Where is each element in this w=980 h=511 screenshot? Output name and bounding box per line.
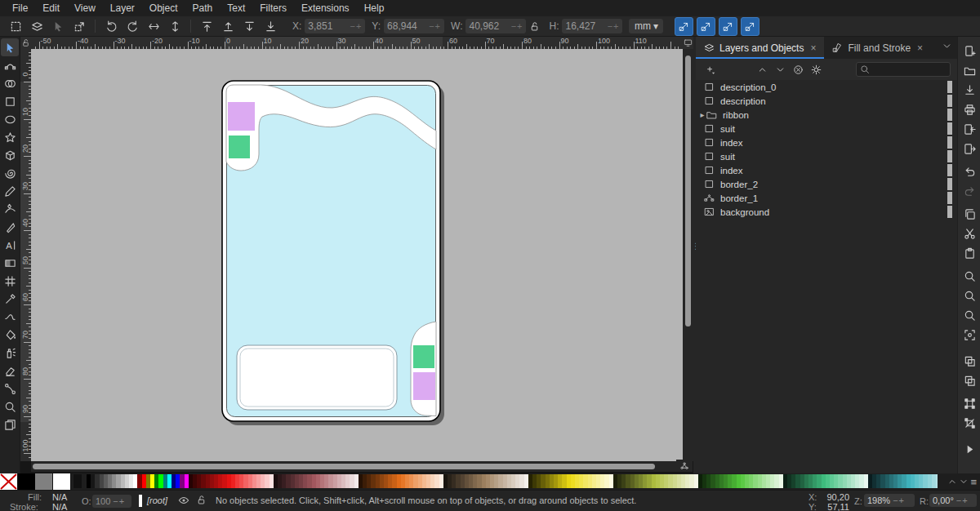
fill-value[interactable]: N/A [52, 492, 67, 502]
zoom-selection-icon[interactable] [961, 268, 978, 284]
corner-notch-shape[interactable] [411, 322, 436, 416]
w-field[interactable]: 40,962−+ [466, 19, 526, 33]
expander-icon[interactable]: ▸ [698, 110, 706, 119]
layer-highlight-strip[interactable] [947, 164, 952, 176]
menu-item-extensions[interactable]: Extensions [294, 1, 357, 16]
snap-toggle-icon[interactable] [676, 460, 693, 472]
flip-horizontal-icon[interactable] [145, 18, 162, 34]
group-icon[interactable] [961, 395, 978, 411]
star-tool-icon[interactable] [1, 128, 19, 146]
spray-tool-icon[interactable] [1, 344, 19, 362]
open-document-icon[interactable] [961, 62, 978, 78]
description-box[interactable] [237, 345, 397, 410]
layer-highlight-strip[interactable] [947, 150, 952, 162]
horizontal-scrollbar[interactable] [31, 461, 683, 472]
spiral-tool-icon[interactable] [1, 164, 19, 182]
flip-vertical-icon[interactable] [167, 18, 183, 34]
corner-square-purple-bottom[interactable] [413, 372, 435, 400]
import-icon[interactable] [961, 121, 978, 137]
palette-menu-icon[interactable]: ≡ [970, 476, 977, 488]
mesh-tool-icon[interactable] [1, 272, 19, 290]
layer-highlight-strip[interactable] [947, 109, 952, 121]
raise-icon[interactable] [220, 18, 236, 34]
zoom-field[interactable]: 198% −+ [864, 494, 915, 507]
pencil-tool-icon[interactable] [1, 182, 19, 200]
tweak-tool-icon[interactable] [1, 308, 19, 326]
tab-fill-and-stroke[interactable]: Fill and Stroke× [824, 37, 931, 59]
duplicate-icon[interactable] [961, 353, 978, 369]
layer-row-description_0[interactable]: description_0 [696, 80, 957, 94]
scale-stroke-toggle[interactable] [675, 17, 693, 36]
print-icon[interactable] [961, 101, 978, 118]
selector-tool-icon[interactable] [1, 38, 19, 56]
no-color-swatch[interactable] [0, 473, 18, 490]
export-icon[interactable] [961, 140, 978, 157]
delete-item-icon[interactable] [789, 61, 807, 78]
menu-item-object[interactable]: Object [142, 1, 185, 16]
menu-item-text[interactable]: Text [220, 1, 252, 16]
menu-item-edit[interactable]: Edit [35, 1, 67, 16]
move-up-icon[interactable] [753, 61, 771, 78]
layer-highlight-strip[interactable] [947, 192, 952, 204]
move-gradients-toggle[interactable] [719, 17, 737, 36]
paint-bucket-tool-icon[interactable] [1, 326, 19, 344]
opacity-field[interactable]: 100 −+ [92, 495, 131, 508]
card-drawing[interactable] [221, 80, 449, 429]
undo-icon[interactable] [961, 163, 978, 180]
corner-square-green-top[interactable] [229, 136, 250, 158]
raise-to-top-icon[interactable] [198, 18, 215, 34]
pen-tool-icon[interactable] [1, 200, 19, 218]
layer-highlight-strip[interactable] [947, 206, 952, 218]
palette-scroll-up-icon[interactable] [947, 477, 957, 487]
layer-lock-icon[interactable] [196, 495, 207, 505]
menu-item-path[interactable]: Path [185, 1, 220, 16]
zoom-tool-icon[interactable] [1, 398, 19, 415]
settings-gear-icon[interactable] [807, 61, 825, 78]
node-tool-icon[interactable] [1, 56, 19, 74]
x-field[interactable]: 3,851−+ [305, 19, 365, 33]
new-document-icon[interactable] [961, 42, 978, 59]
current-layer-name[interactable]: [root] [147, 495, 167, 505]
save-icon[interactable] [961, 82, 978, 98]
cut-icon[interactable] [961, 225, 978, 242]
layer-row-ribbon[interactable]: ▸ribbon [696, 108, 957, 122]
corner-square-purple-top[interactable] [228, 102, 255, 131]
ellipse-tool-icon[interactable] [1, 110, 19, 128]
ungroup-icon[interactable] [961, 415, 978, 431]
text-tool-icon[interactable]: A [1, 236, 19, 254]
menu-item-view[interactable]: View [67, 1, 103, 16]
gradient-tool-icon[interactable] [1, 254, 19, 272]
color-swatch[interactable] [18, 473, 36, 490]
color-swatch[interactable] [35, 473, 53, 490]
rotation-field[interactable]: 0,00° −+ [929, 494, 977, 507]
layer-row-background[interactable]: background [696, 205, 957, 219]
vertical-scrollbar[interactable] [683, 49, 693, 461]
deselect-icon[interactable] [50, 18, 66, 34]
layer-row-description[interactable]: description [696, 94, 957, 108]
color-swatch[interactable] [74, 474, 82, 488]
select-all-icon[interactable] [7, 18, 24, 34]
redo-icon[interactable] [961, 183, 978, 199]
zoom-drawing-icon[interactable] [961, 287, 978, 304]
menu-item-layer[interactable]: Layer [103, 1, 142, 16]
eraser-tool-icon[interactable] [1, 362, 19, 380]
calligraphy-tool-icon[interactable] [1, 218, 19, 236]
unit-dropdown[interactable]: mm▾ [629, 19, 663, 33]
rotate-ccw-icon[interactable] [103, 18, 119, 34]
tab-close-icon[interactable]: × [810, 42, 816, 54]
lower-icon[interactable] [241, 18, 257, 34]
layer-highlight-strip[interactable] [947, 81, 952, 93]
y-field[interactable]: 68,944−+ [384, 19, 444, 33]
guide-lock-icon[interactable] [20, 37, 31, 49]
layer-highlight-strip[interactable] [947, 178, 952, 190]
more-commands-icon[interactable] [961, 441, 978, 457]
layer-visibility-eye-icon[interactable] [178, 495, 189, 506]
stroke-value[interactable]: N/A [52, 502, 67, 511]
lower-to-bottom-icon[interactable] [262, 18, 278, 34]
layer-row-index[interactable]: index [696, 136, 957, 149]
vertical-ruler[interactable]: 0102030405060708090100 [20, 49, 31, 461]
horizontal-scrollbar-thumb[interactable] [33, 464, 655, 469]
color-swatch[interactable] [53, 473, 71, 490]
layer-highlight-strip[interactable] [947, 122, 952, 135]
move-down-icon[interactable] [771, 61, 789, 78]
